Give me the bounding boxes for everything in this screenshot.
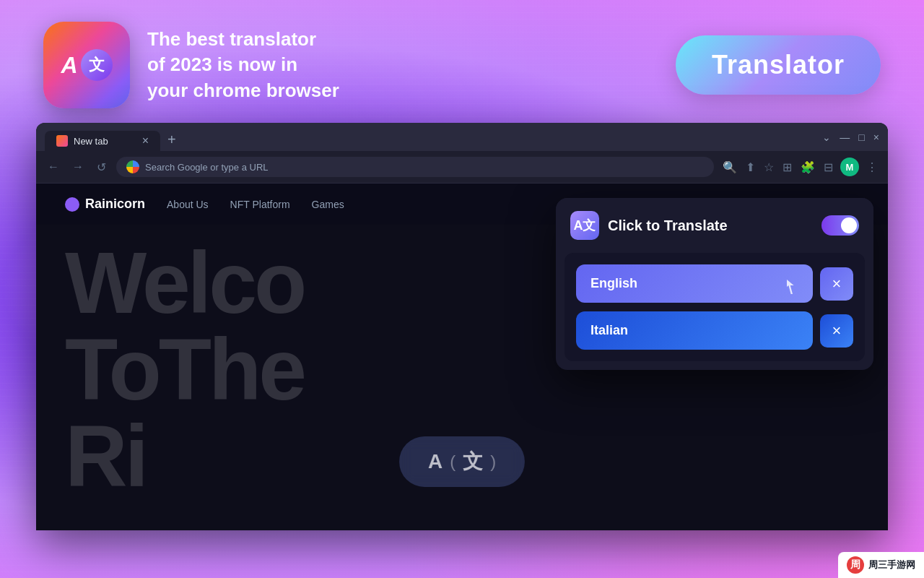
search-icon[interactable]: 🔍 [721,159,738,176]
browser-toolbar: ← → ↺ Search Google or type a URL 🔍 ⬆ ☆ … [36,151,888,184]
target-language-label: Italian [590,323,628,338]
source-language-label: English [590,276,637,291]
popup-header: A文 Click to Translate [556,198,873,253]
browser-titlebar: New tab × + ⌄ — □ × [36,123,888,151]
tab-bar: New tab × + [45,129,816,151]
icon-letter-a: A [61,52,77,79]
grid-icon[interactable]: ⊞ [781,159,793,176]
target-language-row: Italian × [576,311,853,350]
chevron-down-icon[interactable]: ⌄ [822,131,831,143]
float-letter-a: A [428,450,443,473]
translator-badge[interactable]: Translator [676,35,881,95]
titlebar-controls: ⌄ — □ × [822,131,879,149]
browser-window: New tab × + ⌄ — □ × ← → ↺ Search Google … [36,123,888,530]
profile-avatar[interactable]: M [840,158,859,176]
popup-app-icon-text: A文 [574,217,596,234]
new-tab-button[interactable]: + [160,129,183,151]
sidebar-icon[interactable]: ⊟ [822,159,834,176]
app-icon-inner: A 文 [61,49,112,81]
float-letter-zh: 文 [463,448,483,475]
cursor-icon [787,280,798,294]
translate-toggle[interactable] [821,215,859,236]
source-language-select[interactable]: English [576,264,813,303]
minimize-button[interactable]: — [840,131,850,143]
tab-close-button[interactable]: × [142,135,149,147]
target-language-select[interactable]: Italian [576,311,813,350]
more-options-icon[interactable]: ⋮ [865,159,879,176]
site-logo-text: Rainicorn [85,197,145,212]
address-bar[interactable]: Search Google or type a URL [116,157,714,177]
watermark: 周 周三手游网 [838,552,924,578]
popup-title: Click to Translate [608,217,728,234]
tab-label: New tab [74,136,136,147]
site-logo: Rainicorn [65,197,145,212]
app-tagline: The best translatorof 2023 is now inyour… [147,27,339,103]
forward-button[interactable]: → [69,159,87,175]
refresh-button[interactable]: ↺ [94,159,109,176]
nav-games[interactable]: Games [312,199,344,210]
popup-body: English × Italian × [565,253,865,361]
popup-title-area: A文 Click to Translate [570,211,728,240]
browser-tab-active[interactable]: New tab × [45,131,160,151]
source-close-button[interactable]: × [820,267,853,301]
google-icon [126,160,139,173]
float-divider-right: ) [490,452,496,472]
share-icon[interactable]: ⬆ [744,159,757,176]
back-button[interactable]: ← [45,159,62,175]
app-icon: A 文 [43,22,130,108]
address-text: Search Google or type a URL [145,162,269,173]
browser-content: Rainicorn About Us NFT Platform Games We… [36,184,888,530]
maximize-button[interactable]: □ [858,131,864,143]
tab-favicon [56,135,68,147]
popup-app-icon: A文 [570,211,599,240]
float-divider: ( [450,452,456,472]
extension-popup: A文 Click to Translate English × [556,198,873,370]
icon-chinese-symbol: 文 [81,49,113,81]
extensions-icon[interactable]: 🧩 [799,159,816,176]
toggle-knob [841,217,857,233]
target-close-button[interactable]: × [820,314,853,348]
nav-about[interactable]: About Us [167,199,209,210]
top-section: A 文 The best translatorof 2023 is now in… [0,0,924,123]
left-branding: A 文 The best translatorof 2023 is now in… [43,22,339,108]
floating-translator-icon: A ( 文 ) [399,436,525,487]
watermark-logo-text: 周 [850,558,860,571]
toolbar-icons: 🔍 ⬆ ☆ ⊞ 🧩 ⊟ M ⋮ [721,158,879,176]
window-close-button[interactable]: × [873,131,879,143]
bookmark-icon[interactable]: ☆ [762,159,775,176]
watermark-logo: 周 [847,556,864,574]
source-language-row: English × [576,264,853,303]
watermark-site-name: 周三手游网 [868,558,915,571]
nav-nft[interactable]: NFT Platform [230,199,290,210]
site-logo-icon [65,197,79,212]
